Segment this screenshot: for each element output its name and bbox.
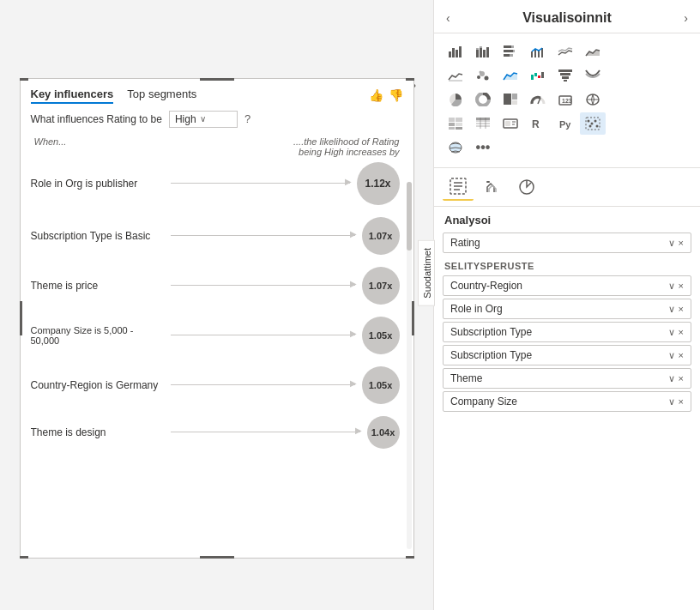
viz-card[interactable]: 123 (552, 88, 578, 111)
field-chevron[interactable]: ∨ (668, 327, 675, 338)
svg-rect-3 (459, 46, 462, 57)
viz-line-chart[interactable] (443, 64, 468, 87)
viz-stacked-bar-h[interactable] (498, 40, 523, 63)
list-item[interactable]: Role in Org is publisher 1.12x (31, 162, 400, 205)
col-likelihood: ....the likelihood of Rating being High … (271, 136, 400, 157)
viz-python-visual[interactable]: Py (552, 112, 578, 135)
viz-card2[interactable] (498, 112, 523, 135)
resize-handle-tr[interactable] (406, 78, 414, 81)
scrollbar-thumb[interactable] (407, 182, 412, 251)
nav-prev-button[interactable]: ‹ (446, 11, 450, 25)
resize-handle-bottom[interactable] (200, 556, 234, 559)
viz-funnel[interactable] (552, 64, 578, 87)
svg-rect-32 (560, 73, 570, 75)
field-label: Country-Region (450, 280, 522, 292)
tab-top-segments[interactable]: Top segments (127, 88, 196, 104)
svg-rect-1 (452, 48, 455, 57)
influencers-list: Role in Org is publisher 1.12x Subscript… (31, 162, 403, 549)
viz-map[interactable] (580, 88, 606, 111)
viz-matrix[interactable] (443, 112, 468, 135)
analyze-field-pill[interactable]: Rating ∨ × (443, 233, 691, 253)
viz-donut-chart[interactable] (470, 88, 496, 111)
field-chevron[interactable]: ∨ (668, 373, 675, 384)
analyze-field-chevron[interactable]: ∨ (668, 238, 675, 249)
viz-area-chart[interactable] (580, 40, 606, 63)
thumbs-down-icon[interactable]: 👎 (389, 88, 403, 102)
viz-gauge[interactable] (525, 88, 551, 111)
suodattimet-tab[interactable]: Suodattimet (418, 240, 435, 306)
list-item[interactable]: Theme is design 1.04x (31, 416, 400, 449)
viz-bar-chart[interactable] (443, 40, 468, 63)
field-close[interactable]: × (679, 373, 684, 384)
svg-rect-46 (456, 118, 462, 122)
field-chevron[interactable]: ∨ (668, 396, 675, 408)
tab-format[interactable] (477, 173, 508, 201)
viz-line-stacked[interactable] (552, 40, 578, 63)
resize-handle-bl[interactable] (20, 556, 28, 559)
resize-handle-top[interactable] (200, 78, 234, 81)
svg-point-64 (588, 120, 590, 123)
viz-ribbon[interactable] (580, 64, 606, 87)
thumbs-up-icon[interactable]: 👍 (369, 88, 383, 102)
field-pill-company-size[interactable]: Company Size ∨ × (443, 391, 691, 412)
field-actions: ∨ × (668, 373, 684, 384)
resize-handle-br[interactable] (406, 556, 414, 559)
field-close[interactable]: × (679, 281, 684, 291)
list-item[interactable]: Subscription Type is Basic 1.07x (31, 217, 400, 255)
selitysperuste-label: Selitysperuste (434, 256, 700, 273)
list-item[interactable]: Theme is price 1.07x (31, 267, 400, 305)
field-pill-country-region[interactable]: Country-Region ∨ × (443, 275, 691, 296)
viz-line-area[interactable] (498, 64, 523, 87)
bubble-value: 1.05x (362, 366, 400, 404)
svg-rect-45 (449, 118, 455, 122)
viz-waterfall[interactable] (525, 64, 551, 87)
field-close[interactable]: × (679, 304, 684, 314)
list-item[interactable]: Country-Region is Germany 1.05x (31, 366, 400, 404)
svg-rect-38 (512, 94, 517, 100)
field-chevron[interactable]: ∨ (668, 304, 675, 315)
field-actions: ∨ × (668, 327, 684, 338)
tab-analytics[interactable] (511, 173, 542, 201)
scrollbar-track[interactable] (407, 182, 412, 549)
list-item[interactable]: Company Size is 5,000 - 50,000 1.05x (31, 317, 400, 354)
viz-line-bar[interactable] (525, 40, 551, 63)
viz-table[interactable] (470, 112, 496, 135)
nav-next-button[interactable]: › (684, 11, 688, 25)
tab-analysoi[interactable] (443, 173, 474, 201)
viz-scatter[interactable] (470, 64, 496, 87)
field-close[interactable]: × (679, 327, 684, 337)
field-pill-subscription-type-2[interactable]: Subscription Type ∨ × (443, 345, 691, 365)
rating-dropdown[interactable]: High ∨ (169, 111, 238, 128)
svg-rect-13 (513, 50, 515, 52)
viz-treemap[interactable] (498, 88, 523, 111)
field-pill-subscription-type-1[interactable]: Subscription Type ∨ × (443, 322, 691, 342)
field-chevron[interactable]: ∨ (668, 281, 675, 292)
tab-key-influencers[interactable]: Key influencers (31, 88, 114, 104)
svg-rect-15 (510, 54, 513, 57)
col-when: When... (34, 136, 67, 157)
svg-point-67 (589, 125, 592, 128)
field-close[interactable]: × (679, 396, 684, 407)
viz-globe[interactable] (443, 136, 468, 159)
field-label: Subscription Type (450, 326, 532, 338)
viz-stacked-bar[interactable] (470, 40, 496, 63)
viz-pie-chart[interactable] (443, 88, 468, 111)
field-chevron[interactable]: ∨ (668, 350, 675, 361)
viz-grid: 123 R Py (434, 33, 700, 168)
resize-handle-right[interactable] (412, 301, 414, 335)
right-header: ‹ Visualisoinnit › (434, 0, 700, 33)
viz-more-visuals[interactable]: ••• (470, 136, 496, 159)
help-icon[interactable]: ? (244, 112, 250, 125)
svg-rect-18 (538, 51, 540, 57)
influencer-label: Country-Region is Germany (31, 379, 164, 391)
field-pill-theme[interactable]: Theme ∨ × (443, 368, 691, 389)
analyze-field-close[interactable]: × (679, 238, 684, 248)
field-close[interactable]: × (679, 350, 684, 360)
viz-custom-dotted[interactable] (580, 112, 606, 135)
resize-handle-left[interactable] (20, 301, 22, 335)
resize-handle-tl[interactable] (20, 78, 28, 81)
svg-point-65 (591, 123, 594, 125)
viz-r-visual[interactable]: R (525, 112, 551, 135)
field-pill-role-in-org[interactable]: Role in Org ∨ × (443, 299, 691, 319)
filter-row: What influences Rating to be High ∨ ? (31, 111, 403, 128)
